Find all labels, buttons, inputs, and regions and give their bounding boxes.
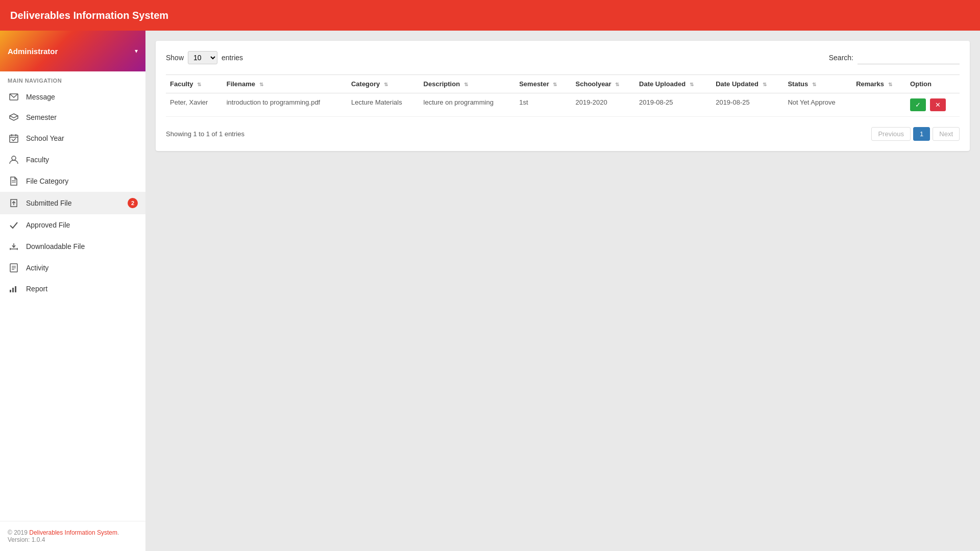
- cell-date-updated: 2019-08-25: [712, 93, 783, 117]
- sidebar-item-report[interactable]: Report: [0, 279, 145, 299]
- pagination-controls: Previous 1 Next: [871, 127, 960, 141]
- col-header-option: Option: [906, 75, 960, 93]
- sidebar: Administrator ▾ MAIN NAVIGATION Message: [0, 31, 145, 551]
- entries-label: entries: [222, 54, 243, 62]
- cell-date-uploaded: 2019-08-25: [635, 93, 712, 117]
- col-header-filename[interactable]: Filename ⇅: [223, 75, 347, 93]
- approve-button[interactable]: ✓: [910, 98, 926, 111]
- footer-version: 1.0.4: [32, 536, 45, 543]
- footer-app-link[interactable]: Deliverables Information System: [29, 529, 117, 536]
- search-input[interactable]: [857, 52, 960, 64]
- school-year-icon: [8, 134, 20, 143]
- sidebar-item-school-year[interactable]: School Year: [0, 128, 145, 149]
- sidebar-item-submitted-file[interactable]: Submitted File 2: [0, 192, 145, 214]
- show-entries-control: Show 10 25 50 100 entries: [166, 51, 243, 64]
- sidebar-approved-file-label: Approved File: [26, 221, 138, 229]
- sidebar-item-activity[interactable]: Activity: [0, 257, 145, 279]
- cell-semester: 1st: [515, 93, 571, 117]
- semester-icon: [8, 113, 20, 121]
- svg-rect-1: [10, 135, 18, 142]
- col-header-date-uploaded[interactable]: Date Uploaded ⇅: [635, 75, 712, 93]
- sidebar-message-label: Message: [26, 93, 138, 101]
- user-section[interactable]: Administrator ▾: [0, 31, 145, 71]
- faculty-icon: [8, 155, 20, 164]
- sort-icon-schoolyear: ⇅: [615, 82, 619, 87]
- downloadable-file-icon: [8, 242, 20, 251]
- approved-file-icon: [8, 220, 20, 230]
- cell-status: Not Yet Approve: [783, 93, 852, 117]
- table-row: Peter, Xavier introduction to programmin…: [166, 93, 960, 117]
- sort-icon-status: ⇅: [812, 82, 816, 87]
- pagination-info: Showing 1 to 1 of 1 entries: [166, 130, 244, 138]
- cell-option: ✓ ✕: [906, 93, 960, 117]
- svg-point-5: [12, 156, 16, 160]
- main-content: Show 10 25 50 100 entries Search:: [145, 31, 980, 551]
- sidebar-report-label: Report: [26, 285, 138, 293]
- table-header-row: Faculty ⇅ Filename ⇅ Category ⇅ Descri: [166, 75, 960, 93]
- next-page-button[interactable]: Next: [933, 127, 960, 141]
- cell-category: Lecture Materials: [347, 93, 420, 117]
- sidebar-item-semester[interactable]: Semester: [0, 107, 145, 128]
- sort-icon-semester: ⇅: [553, 82, 557, 87]
- sidebar-submitted-file-label: Submitted File: [26, 199, 128, 207]
- sidebar-faculty-label: Faculty: [26, 156, 138, 164]
- activity-icon: [8, 263, 20, 272]
- col-header-faculty[interactable]: Faculty ⇅: [166, 75, 223, 93]
- table-controls: Show 10 25 50 100 entries Search:: [166, 51, 960, 64]
- sidebar-item-file-category[interactable]: File Category: [0, 170, 145, 192]
- app-title: Deliverables Information System: [10, 10, 168, 21]
- col-header-date-updated[interactable]: Date Updated ⇅: [712, 75, 783, 93]
- reject-button[interactable]: ✕: [930, 98, 946, 111]
- cell-filename: introduction to programming.pdf: [223, 93, 347, 117]
- cell-description: lecture on programming: [420, 93, 516, 117]
- search-box: Search:: [829, 52, 960, 64]
- cell-faculty: Peter, Xavier: [166, 93, 223, 117]
- content-panel: Show 10 25 50 100 entries Search:: [156, 41, 970, 151]
- pagination-section: Showing 1 to 1 of 1 entries Previous 1 N…: [166, 127, 960, 141]
- sidebar-item-message[interactable]: Message: [0, 87, 145, 107]
- sort-icon-description: ⇅: [464, 82, 468, 87]
- svg-rect-17: [15, 286, 16, 292]
- entries-per-page-select[interactable]: 10 25 50 100: [188, 51, 217, 64]
- sidebar-school-year-label: School Year: [26, 134, 138, 142]
- sort-icon-date-updated: ⇅: [763, 82, 767, 87]
- app-header: Deliverables Information System: [0, 0, 980, 31]
- sidebar-footer: © 2019 Deliverables Information System. …: [0, 521, 145, 551]
- sidebar-item-downloadable-file[interactable]: Downloadable File: [0, 236, 145, 257]
- sort-icon-date-uploaded: ⇅: [690, 82, 694, 87]
- page-1-button[interactable]: 1: [913, 127, 930, 141]
- sort-icon-faculty: ⇅: [197, 82, 201, 87]
- search-label: Search:: [829, 54, 853, 62]
- username-label: Administrator: [8, 47, 58, 56]
- col-header-description[interactable]: Description ⇅: [420, 75, 516, 93]
- sort-icon-category: ⇅: [384, 82, 388, 87]
- sort-icon-filename: ⇅: [259, 82, 263, 87]
- cell-remarks: [852, 93, 906, 117]
- nav-section-label: MAIN NAVIGATION: [0, 71, 145, 87]
- message-icon: [8, 93, 20, 101]
- col-header-remarks[interactable]: Remarks ⇅: [852, 75, 906, 93]
- sidebar-item-approved-file[interactable]: Approved File: [0, 214, 145, 236]
- report-icon: [8, 285, 20, 293]
- data-table: Faculty ⇅ Filename ⇅ Category ⇅ Descri: [166, 74, 960, 117]
- col-header-status[interactable]: Status ⇅: [783, 75, 852, 93]
- show-label: Show: [166, 54, 184, 62]
- footer-copyright: © 2019: [8, 529, 29, 536]
- svg-rect-15: [10, 290, 11, 292]
- col-header-schoolyear[interactable]: Schoolyear ⇅: [572, 75, 635, 93]
- sidebar-item-faculty[interactable]: Faculty: [0, 149, 145, 170]
- submitted-file-badge: 2: [128, 198, 138, 208]
- sidebar-file-category-label: File Category: [26, 177, 138, 185]
- sidebar-semester-label: Semester: [26, 113, 138, 121]
- sidebar-downloadable-file-label: Downloadable File: [26, 242, 138, 251]
- submitted-file-icon: [8, 198, 20, 208]
- previous-page-button[interactable]: Previous: [871, 127, 911, 141]
- footer-version-label: Version:: [8, 536, 32, 543]
- col-header-semester[interactable]: Semester ⇅: [515, 75, 571, 93]
- user-dropdown-chevron[interactable]: ▾: [135, 47, 138, 55]
- col-header-category[interactable]: Category ⇅: [347, 75, 420, 93]
- sidebar-activity-label: Activity: [26, 264, 138, 272]
- sort-icon-remarks: ⇅: [888, 82, 892, 87]
- svg-rect-16: [12, 288, 14, 292]
- cell-schoolyear: 2019-2020: [572, 93, 635, 117]
